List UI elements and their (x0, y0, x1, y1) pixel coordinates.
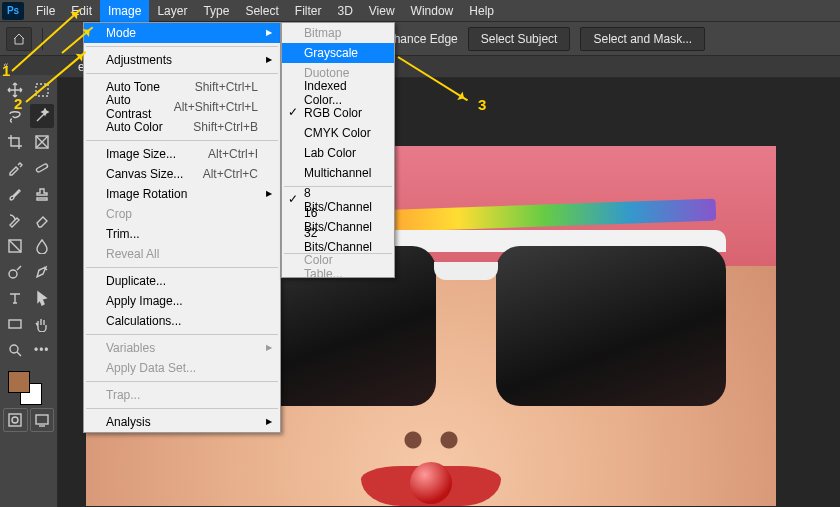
menu-item-label: Calculations... (106, 314, 181, 328)
app-logo: Ps (2, 2, 24, 20)
mode-menu-indexed-color[interactable]: Indexed Color... (282, 83, 394, 103)
image-menu-apply-data-set: Apply Data Set... (84, 358, 280, 378)
menu-help[interactable]: Help (461, 0, 502, 22)
menu-separator (86, 140, 278, 141)
marquee-tool[interactable] (30, 78, 55, 102)
menu-edit[interactable]: Edit (63, 0, 100, 22)
eraser-tool[interactable] (30, 208, 55, 232)
crop-tool[interactable] (3, 130, 28, 154)
svg-rect-2 (36, 163, 48, 172)
quickmask-icon (7, 412, 23, 428)
type-icon (7, 290, 23, 306)
crop-icon (7, 134, 23, 150)
mode-menu-cmyk-color[interactable]: CMYK Color (282, 123, 394, 143)
image-menu-auto-contrast[interactable]: Auto ContrastAlt+Shift+Ctrl+L (84, 97, 280, 117)
menu-item-label: Analysis (106, 415, 151, 429)
image-menu-mode[interactable]: Mode (84, 23, 280, 43)
menu-item-label: Image Rotation (106, 187, 187, 201)
svg-rect-7 (9, 414, 21, 426)
pen-tool[interactable] (30, 260, 55, 284)
image-menu-trim[interactable]: Trim... (84, 224, 280, 244)
image-menu-dropdown: ModeAdjustmentsAuto ToneShift+Ctrl+LAuto… (83, 22, 281, 433)
image-menu-apply-image[interactable]: Apply Image... (84, 291, 280, 311)
menu-item-label: Reveal All (106, 247, 159, 261)
menu-item-label: Canvas Size... (106, 167, 183, 181)
image-menu-analysis[interactable]: Analysis (84, 412, 280, 432)
menu-filter[interactable]: Filter (287, 0, 330, 22)
image-menu-auto-color[interactable]: Auto ColorShift+Ctrl+B (84, 117, 280, 137)
ellipsis-icon: ••• (34, 343, 50, 357)
menubar: Ps File Edit Image Layer Type Select Fil… (0, 0, 840, 22)
mode-menu-32-bits-channel[interactable]: 32 Bits/Channel (282, 230, 394, 250)
menu-item-label: Multichannel (304, 166, 371, 180)
shape-tool[interactable] (3, 312, 28, 336)
image-menu-image-rotation[interactable]: Image Rotation (84, 184, 280, 204)
image-menu-image-size[interactable]: Image Size...Alt+Ctrl+I (84, 144, 280, 164)
quick-mask-toggle[interactable] (3, 408, 28, 432)
menu-separator (86, 381, 278, 382)
lasso-tool[interactable] (3, 104, 28, 128)
color-swatches[interactable] (2, 369, 55, 403)
menu-select[interactable]: Select (237, 0, 286, 22)
menu-layer[interactable]: Layer (149, 0, 195, 22)
gradient-tool[interactable] (3, 234, 28, 258)
menu-item-label: Auto Tone (106, 80, 160, 94)
menu-separator (86, 334, 278, 335)
mode-submenu: BitmapGrayscaleDuotoneIndexed Color...RG… (281, 22, 395, 278)
eraser-icon (34, 212, 50, 228)
path-selection-tool[interactable] (30, 286, 55, 310)
image-menu-trap: Trap... (84, 385, 280, 405)
menu-view[interactable]: View (361, 0, 403, 22)
healing-brush-tool[interactable] (30, 156, 55, 180)
menu-item-label: Auto Color (106, 120, 163, 134)
menu-item-label: Color Table... (304, 253, 372, 281)
menu-window[interactable]: Window (403, 0, 462, 22)
image-menu-calculations[interactable]: Calculations... (84, 311, 280, 331)
mode-menu-grayscale[interactable]: Grayscale (282, 43, 394, 63)
dodge-tool[interactable] (3, 260, 28, 284)
home-icon (12, 32, 26, 46)
menu-image[interactable]: Image (100, 0, 149, 22)
mode-menu-rgb-color[interactable]: RGB Color (282, 103, 394, 123)
quick-selection-tool[interactable] (30, 104, 55, 128)
image-menu-adjustments[interactable]: Adjustments (84, 50, 280, 70)
frame-tool[interactable] (30, 130, 55, 154)
home-button[interactable] (6, 27, 32, 51)
mode-menu-multichannel[interactable]: Multichannel (282, 163, 394, 183)
type-tool[interactable] (3, 286, 28, 310)
lasso-icon (7, 108, 23, 124)
divider (42, 28, 43, 50)
screen-mode-button[interactable] (30, 408, 55, 432)
eyedropper-tool[interactable] (3, 156, 28, 180)
menu-3d[interactable]: 3D (329, 0, 360, 22)
menu-separator (86, 46, 278, 47)
menu-type[interactable]: Type (195, 0, 237, 22)
clone-stamp-tool[interactable] (30, 182, 55, 206)
blur-tool[interactable] (30, 234, 55, 258)
menu-separator (86, 73, 278, 74)
menu-item-label: CMYK Color (304, 126, 371, 140)
foreground-swatch[interactable] (8, 371, 30, 393)
edit-toolbar-button[interactable]: ••• (30, 338, 55, 362)
image-menu-duplicate[interactable]: Duplicate... (84, 271, 280, 291)
image-menu-variables: Variables (84, 338, 280, 358)
brush-tool[interactable] (3, 182, 28, 206)
panel-expand-handle[interactable]: « (0, 57, 12, 73)
menu-file[interactable]: File (28, 0, 63, 22)
history-brush-tool[interactable] (3, 208, 28, 232)
menu-item-shortcut: Shift+Ctrl+L (195, 80, 258, 94)
zoom-tool[interactable] (3, 338, 28, 362)
move-icon (7, 82, 23, 98)
menu-item-label: Mode (106, 26, 136, 40)
mode-menu-lab-color[interactable]: Lab Color (282, 143, 394, 163)
dodge-icon (7, 264, 23, 280)
menu-item-label: Image Size... (106, 147, 176, 161)
hand-tool[interactable] (30, 312, 55, 336)
image-menu-canvas-size[interactable]: Canvas Size...Alt+Ctrl+C (84, 164, 280, 184)
svg-point-4 (9, 270, 17, 278)
move-tool[interactable] (3, 78, 28, 102)
menu-item-label: Grayscale (304, 46, 358, 60)
menu-item-shortcut: Alt+Shift+Ctrl+L (174, 100, 258, 114)
select-and-mask-button[interactable]: Select and Mask... (580, 27, 705, 51)
select-subject-button[interactable]: Select Subject (468, 27, 571, 51)
